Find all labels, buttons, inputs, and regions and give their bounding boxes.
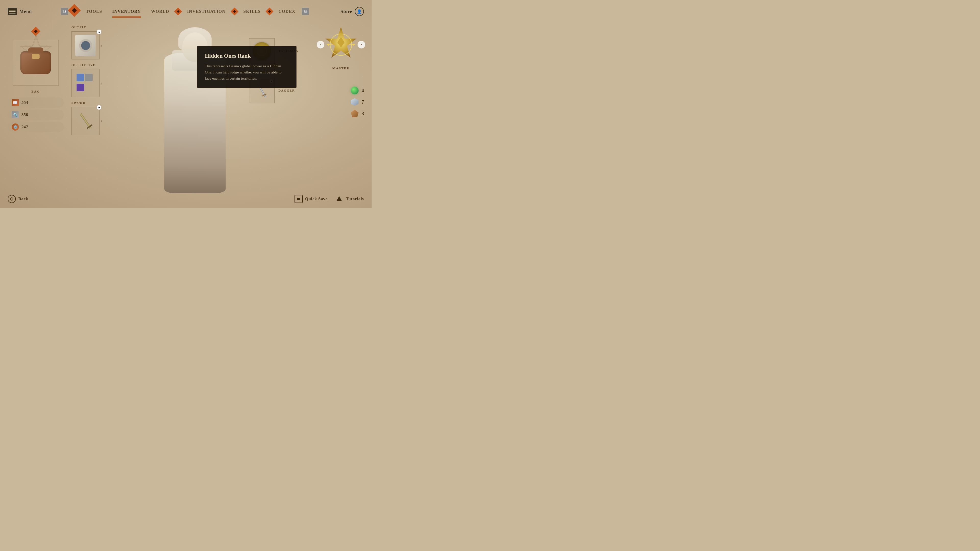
quicksave-label: Quick Save [305,197,328,201]
currency-book-value: 554 [21,100,28,105]
currency-list: 📖 554 🔩 356 ⚙️ 247 [8,97,64,132]
outfit-dye-section: OUTFIT DYE › [72,63,130,97]
currency-metal-value: 356 [21,112,28,118]
menu-button[interactable]: Menu [8,8,32,15]
rank-badge-panel: ‹ › MASTER [318,25,364,70]
l1-badge: L1 [61,8,68,15]
sword-section: SWORD ★ › [72,101,130,135]
metal-icon: 🔩 [12,111,19,118]
svg-marker-16 [327,43,329,46]
outfit-section: OUTFIT ★ › [72,25,130,59]
tab-codex[interactable]: Codex [273,6,301,17]
store-button[interactable]: Store 👤 [340,7,364,16]
tutorials-button[interactable]: Tutorials [335,195,364,203]
back-button[interactable]: Back [8,195,28,203]
dye-gray [85,74,93,81]
outfit-thumbnail [75,35,96,56]
gem-silver-icon [351,98,359,106]
outfit-face-icon [81,41,90,50]
resource-item-silver: 7 [351,98,364,106]
dye-thumbnail [75,73,96,94]
resource-item-gem: 4 [351,87,364,94]
outfit-dye-slot[interactable]: › [72,69,100,97]
equipment-left-panel: OUTFIT ★ › OUTFIT DYE › SWORD ★ [72,25,130,135]
top-navigation: Menu L1 Tools Inventory World Investigat… [0,0,372,23]
sword-slot[interactable]: ★ › [72,107,100,135]
nav-tabs: L1 Tools Inventory World Investigation [61,6,311,17]
sword-equipped-star: ★ [97,105,101,110]
gear-icon: ⚙️ [12,124,19,130]
resource-list: 4 7 3 [351,87,364,118]
resource-silver-count: 7 [362,100,364,105]
outfit-label: OUTFIT [72,25,130,29]
store-icon: 👤 [355,7,364,16]
book-icon: 📖 [12,99,19,106]
tab-world[interactable]: World [146,6,174,17]
character-display [130,17,260,204]
tooltip-popup: Hidden Ones Rank This represents Basim's… [197,46,297,88]
outfit-slot[interactable]: ★ › [72,32,100,59]
rank-next-button[interactable]: › [358,41,365,48]
menu-icon [8,8,17,15]
gem-green-icon [351,87,359,94]
tutorials-icon [335,195,343,203]
left-panel: BAG 📖 554 🔩 356 ⚙️ 247 [8,25,64,132]
rank-star-svg [322,24,360,65]
rank-medallion: ‹ › [322,25,360,64]
store-label: Store [340,9,352,14]
resource-item-bronze: 3 [351,110,364,118]
bag-icon [21,51,51,74]
tooltip-body: This represents Basim's global power as … [205,63,289,81]
bottom-bar: Back Quick Save Tutorials [0,195,372,203]
currency-item-metal: 🔩 356 [8,110,64,120]
dye-blue [76,74,84,81]
currency-item-book: 📖 554 [8,97,64,108]
bottom-right-buttons: Quick Save Tutorials [294,195,364,203]
rank-label: MASTER [332,66,350,70]
back-label: Back [18,197,28,201]
tab-tools[interactable]: Tools [81,6,107,17]
menu-label: Menu [19,9,32,14]
gem-bronze-icon [351,110,359,118]
rank-previous-button[interactable]: ‹ [317,41,325,48]
tab-investigation[interactable]: Investigation [182,6,231,17]
resource-bronze-count: 3 [362,111,364,116]
tab-inventory[interactable]: Inventory [107,6,146,17]
dagger-label: DAGGER [278,89,295,93]
bag-slot[interactable] [13,40,59,86]
dye-purple [76,84,84,91]
sword-shape-icon [80,113,92,129]
currency-item-gear: ⚙️ 247 [8,122,64,132]
sword-label: SWORD [72,101,130,105]
outfit-equipped-star: ★ [97,30,101,34]
outfit-dye-label: OUTFIT DYE [72,63,130,67]
quicksave-icon [294,195,303,203]
currency-gear-value: 247 [21,124,28,130]
sword-thumbnail [75,110,97,132]
back-icon [8,195,16,203]
svg-marker-17 [353,43,355,46]
tooltip-title: Hidden Ones Rank [205,52,289,59]
tutorials-label: Tutorials [346,197,364,201]
r1-badge: R1 [302,8,309,15]
resource-gem-count: 4 [362,88,364,94]
tab-skills[interactable]: Skills [239,6,266,17]
quicksave-button[interactable]: Quick Save [294,195,328,203]
